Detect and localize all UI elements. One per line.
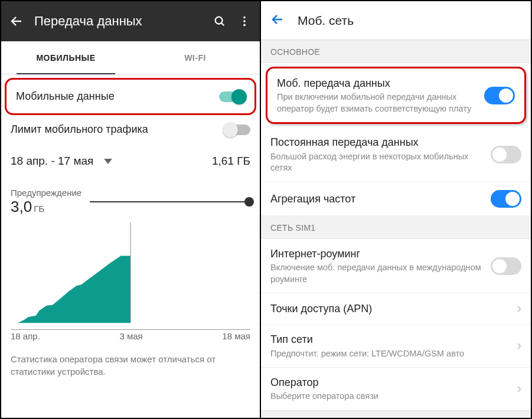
app-bar: Моб. сеть <box>261 1 531 40</box>
nettype-sub: Предпочтит. режим сети: LTE/WCDMA/GSM ав… <box>270 348 511 360</box>
data-limit-toggle[interactable] <box>224 125 250 135</box>
row-operator[interactable]: Оператор Выберите оператора связи › <box>261 368 531 411</box>
usage-chart: Предупреждение 3,0ГБ 18 апр. 3 мая 18 ма… <box>1 177 260 347</box>
section-main-label: ОСНОВНОЕ <box>261 40 531 63</box>
row-apn[interactable]: Точки доступа (APN) › <box>261 293 531 325</box>
dropdown-icon <box>104 159 112 164</box>
back-arrow-icon[interactable] <box>9 14 24 28</box>
mobile-data-label: Мобильные данные <box>16 90 219 103</box>
data-limit-label: Лимит мобильного трафика <box>11 123 224 136</box>
usage-area-chart <box>11 217 250 329</box>
warning-label: Предупреждение <box>11 188 81 198</box>
warning-value-number: 3,0 <box>11 198 32 216</box>
warning-slider-track[interactable] <box>90 201 250 202</box>
app-bar-title: Моб. сеть <box>298 14 354 28</box>
x-tick-start: 18 апр. <box>11 331 40 341</box>
row-data-limit[interactable]: Лимит мобильного трафика <box>1 117 260 146</box>
overflow-menu-icon[interactable] <box>237 14 252 28</box>
section-sim2-label: СЕТЬ SIM2 <box>261 411 531 418</box>
highlight-mobile-data: Мобильные данные <box>5 78 256 115</box>
highlight-mobile-data: Моб. передача данных При включении мобил… <box>266 67 526 124</box>
warning-value: 3,0ГБ <box>11 198 44 216</box>
chevron-right-icon: › <box>517 338 521 353</box>
always-on-title: Постоянная передача данных <box>270 135 485 149</box>
nettype-title: Тип сети <box>270 332 511 346</box>
tabs: МОБИЛЬНЫЕ WI-FI <box>1 41 260 74</box>
carrier-stats-note: Статистика оператора связи может отличат… <box>1 347 260 386</box>
row-carrier-aggregation[interactable]: Агрегация частот <box>261 182 531 216</box>
section-sim1-label: СЕТЬ SIM1 <box>261 216 531 239</box>
chart-x-axis: 18 апр. 3 мая 18 мая <box>11 329 250 347</box>
app-bar: Передача данных <box>1 1 260 41</box>
period-selector[interactable]: 18 апр. - 17 мая <box>11 155 112 168</box>
row-roaming[interactable]: Интернет-роуминг Включение моб. передачи… <box>261 239 531 293</box>
carrier-agg-toggle[interactable] <box>491 190 521 208</box>
app-bar-title: Передача данных <box>34 14 202 29</box>
right-screen: Моб. сеть ОСНОВНОЕ Моб. передача данных … <box>261 1 531 418</box>
roaming-title: Интернет-роуминг <box>270 247 485 261</box>
carrier-agg-title: Агрегация частот <box>270 192 485 206</box>
row-mobile-data[interactable]: Моб. передача данных При включении мобил… <box>267 68 524 122</box>
apn-title: Точки доступа (APN) <box>270 302 511 316</box>
x-tick-end: 18 мая <box>222 331 250 341</box>
operator-title: Оператор <box>270 375 511 389</box>
tab-mobile[interactable]: МОБИЛЬНЫЕ <box>1 41 130 74</box>
row-always-on-data[interactable]: Постоянная передача данных Большой расхо… <box>261 127 531 182</box>
chevron-right-icon: › <box>517 381 521 397</box>
svg-point-1 <box>243 17 246 19</box>
tab-wifi[interactable]: WI-FI <box>130 41 260 74</box>
svg-point-2 <box>243 20 246 22</box>
mobile-data-sub: При включении мобильной передачи данных … <box>277 91 478 114</box>
roaming-sub: Включение моб. передачи данных в междуна… <box>270 262 485 285</box>
mobile-data-toggle[interactable] <box>219 91 245 102</box>
mobile-data-title: Моб. передача данных <box>277 76 478 90</box>
x-tick-mid: 3 мая <box>119 331 142 341</box>
search-icon[interactable] <box>213 14 227 28</box>
left-screen: Передача данных МОБИЛЬНЫЕ WI-FI Мобильны… <box>1 1 261 418</box>
period-total: 1,61 ГБ <box>212 155 250 168</box>
period-range: 18 апр. - 17 мая <box>11 155 93 168</box>
svg-point-0 <box>216 17 223 24</box>
back-arrow-icon[interactable] <box>270 12 285 29</box>
warning-value-unit: ГБ <box>34 204 44 214</box>
warning-slider-handle[interactable] <box>244 197 254 207</box>
always-on-sub: Большой расход энергии в некоторых мобил… <box>270 151 485 174</box>
row-mobile-data[interactable]: Мобильные данные <box>6 80 254 113</box>
roaming-toggle[interactable] <box>491 257 521 275</box>
operator-sub: Выберите оператора связи <box>270 391 511 402</box>
row-network-type[interactable]: Тип сети Предпочтит. режим сети: LTE/WCD… <box>261 325 531 368</box>
chevron-right-icon: › <box>517 301 521 316</box>
mobile-data-toggle[interactable] <box>484 87 515 104</box>
warning-threshold-row[interactable]: Предупреждение 3,0ГБ <box>11 179 250 217</box>
always-on-toggle[interactable] <box>491 146 521 163</box>
row-period[interactable]: 18 апр. - 17 мая 1,61 ГБ <box>1 146 260 177</box>
svg-point-3 <box>243 24 246 27</box>
